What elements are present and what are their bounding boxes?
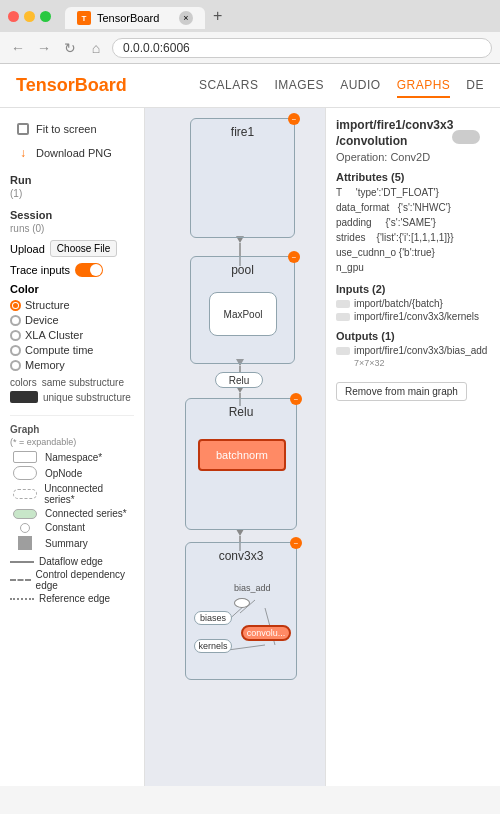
attr-data-format: data_format {'s':'NHWC'} [336,201,490,215]
expandable-note: (* = expandable) [10,437,134,447]
color-memory[interactable]: Memory [10,359,134,371]
unique-substructure-color [10,391,38,403]
remove-from-graph-button[interactable]: Remove from main graph [336,382,467,401]
legend-conn-series: Connected series* [10,508,134,519]
address-bar: ← → ↻ ⌂ 0.0.0.0:6006 [0,32,500,64]
fire1-expand-dot: − [288,113,300,125]
input-icon-2 [336,313,350,321]
fit-to-screen-button[interactable]: Fit to screen [10,118,134,140]
new-tab-button[interactable]: + [205,3,230,29]
minimize-button[interactable] [24,11,35,22]
session-value: runs (0) [10,223,134,234]
svg-marker-11 [236,529,244,536]
nav-de[interactable]: DE [466,74,484,98]
biases-node[interactable]: biases [194,611,232,625]
pool-label: pool [191,257,294,277]
close-button[interactable] [8,11,19,22]
dashed-edge-icon [10,579,31,581]
app-container: TensorBoard SCALARS IMAGES AUDIO GRAPHS … [0,64,500,786]
legend-namespace: Namespace* [10,451,134,463]
operation-label: Operation: Conv2D [336,151,490,163]
input-kernels: import/fire1/conv3x3/kernels [336,311,490,322]
output-icon-1 [336,347,350,355]
run-label: Run [10,174,134,186]
fullscreen-button[interactable] [40,11,51,22]
convolution-node[interactable]: convolu... [241,625,291,641]
trace-inputs-label: Trace inputs [10,264,70,276]
radio-memory [10,360,21,371]
outputs-title: Outputs (1) [336,330,490,342]
nav-graphs[interactable]: GRAPHS [397,74,451,98]
attr-T: T 'type':'DT_FLOAT'} [336,186,490,200]
input-icon-1 [336,300,350,308]
fire1-node[interactable]: − fire1 [190,118,295,238]
app-header: TensorBoard SCALARS IMAGES AUDIO GRAPHS … [0,64,500,108]
attr-padding: padding {'s':'SAME'} [336,216,490,230]
run-value: (1) [10,188,134,199]
refresh-button[interactable]: ↻ [60,38,80,58]
download-png-button[interactable]: ↓ Download PNG [10,142,134,164]
bn-node[interactable]: − Relu batchnorm [185,398,297,530]
tab-bar: T TensorBoard × + [65,3,492,29]
color-device[interactable]: Device [10,314,134,326]
legend-constant: Constant [10,522,134,533]
browser-tab[interactable]: T TensorBoard × [65,7,205,29]
same-substructure: same substructure [42,377,124,388]
output-bias-add: import/fire1/conv3x3/bias_add [336,345,490,356]
choose-file-button[interactable]: Choose File [50,240,117,257]
relu-node[interactable]: Relu [215,372,263,388]
tab-close-button[interactable]: × [179,11,193,25]
radio-xla [10,330,21,341]
maxpool-node[interactable]: MaxPool [209,292,277,336]
dotted-edge-icon [10,598,34,600]
tab-favicon: T [77,11,91,25]
app-logo: TensorBoard [16,75,127,96]
upload-row: Upload Choose File [10,240,134,257]
pool-expand-dot: − [288,251,300,263]
bn-expand-dot: − [290,393,302,405]
download-icon: ↓ [15,145,31,161]
attr-ngpu: n_gpu [336,261,490,275]
right-panel: import/fire1/conv3x3/convolution Operati… [325,108,500,786]
color-xla[interactable]: XLA Cluster [10,329,134,341]
forward-button[interactable]: → [34,38,54,58]
connector-oval [234,598,250,608]
fit-icon [15,121,31,137]
color-structure[interactable]: Structure [10,299,134,311]
color-label: Color [10,283,134,295]
radio-structure [10,300,21,311]
colors-label: colors [10,377,37,388]
browser-chrome: T TensorBoard × + ← → ↻ ⌂ 0.0.0.0:6006 [0,0,500,64]
title-bar: T TensorBoard × + [0,0,500,32]
toggle-knob [90,264,102,276]
conv3x3-node[interactable]: − conv3x3 bias_add biases convolu... ker… [185,542,297,680]
edge-legend: Dataflow edge Control dependency edge Re… [10,556,134,604]
attr-strides: strides {'list':{'i':[1,1,1,1]}} [336,231,490,245]
back-button[interactable]: ← [8,38,28,58]
unique-substructure: unique substructure [43,392,131,403]
attributes-title: Attributes (5) [336,171,490,183]
traffic-lights [8,11,51,22]
right-panel-header: import/fire1/conv3x3/convolution [336,118,490,149]
trace-inputs-toggle[interactable] [75,263,103,277]
solid-edge-icon [10,561,34,563]
radio-compute [10,345,21,356]
color-compute[interactable]: Compute time [10,344,134,356]
batchnorm-node[interactable]: batchnorm [198,439,286,471]
right-panel-toggle[interactable] [452,130,480,144]
nav-scalars[interactable]: SCALARS [199,74,259,98]
home-button[interactable]: ⌂ [86,38,106,58]
conv3x3-expand-dot: − [290,537,302,549]
pool-node[interactable]: − pool MaxPool [190,256,295,364]
tab-label: TensorBoard [97,12,159,24]
kernels-node[interactable]: kernels [194,639,232,653]
bias-add-label: bias_add [234,583,271,593]
url-input[interactable]: 0.0.0.0:6006 [112,38,492,58]
control-edge: Control dependency edge [10,569,134,591]
graph-area[interactable]: − fire1 − pool MaxPool Relu − Relu batch… [145,108,325,786]
dataflow-edge: Dataflow edge [10,556,134,567]
nav-images[interactable]: IMAGES [274,74,324,98]
nav-audio[interactable]: AUDIO [340,74,381,98]
session-label: Session [10,209,134,221]
inputs-title: Inputs (2) [336,283,490,295]
